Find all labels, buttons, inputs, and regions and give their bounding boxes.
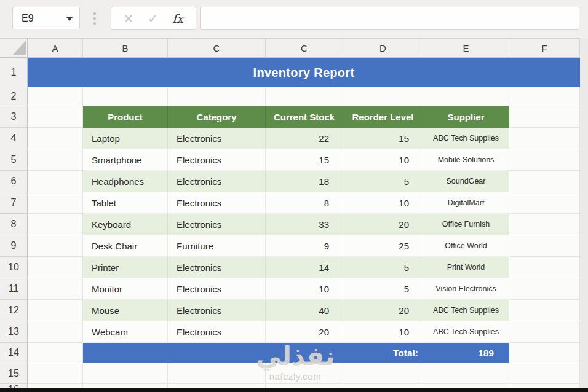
table-cell[interactable]: 18 (266, 171, 343, 192)
cell[interactable] (423, 363, 509, 384)
row-header-13[interactable]: 13 (0, 321, 28, 343)
table-cell[interactable]: 14 (266, 257, 343, 278)
cell-title-banner[interactable]: Inventory Report (28, 58, 580, 87)
column-header-f-6[interactable]: F (509, 39, 580, 58)
table-header-supplier[interactable]: Supplier (423, 106, 509, 128)
cell[interactable] (28, 106, 83, 128)
cell[interactable] (168, 363, 266, 384)
table-cell[interactable]: ABC Tech Supplies (423, 300, 509, 321)
insert-function-icon[interactable]: fx (172, 13, 183, 25)
cell[interactable] (509, 171, 580, 192)
row-header-9[interactable]: 9 (0, 235, 28, 257)
table-header-category[interactable]: Category (168, 106, 266, 128)
total-label-cell[interactable]: Total: (343, 343, 423, 363)
table-cell[interactable]: ABC Tech Supplies (423, 128, 509, 149)
cell[interactable] (83, 363, 168, 384)
column-header-e-5[interactable]: E (423, 39, 509, 58)
table-cell[interactable]: Desk Chair (83, 235, 168, 257)
cell[interactable] (28, 278, 83, 300)
cell[interactable] (266, 87, 343, 106)
table-cell[interactable]: 40 (266, 300, 343, 321)
table-cell[interactable]: 5 (343, 171, 423, 192)
row-header-2[interactable]: 2 (0, 87, 28, 106)
row-header-3[interactable]: 3 (0, 106, 28, 128)
cell[interactable] (509, 321, 580, 343)
cell[interactable] (509, 300, 580, 321)
cell[interactable] (343, 87, 423, 106)
cell[interactable] (509, 192, 580, 214)
table-cell[interactable]: 10 (343, 192, 423, 214)
table-cell[interactable]: 15 (266, 149, 343, 171)
cell[interactable] (28, 235, 83, 257)
table-cell[interactable]: Tablet (83, 192, 168, 214)
table-cell[interactable]: Office World (423, 235, 509, 257)
column-header-d-4[interactable]: D (343, 39, 423, 58)
table-cell[interactable]: 20 (343, 214, 423, 235)
table-cell[interactable]: ABC Tech Supplies (423, 321, 509, 343)
row-header-10[interactable]: 10 (0, 257, 28, 278)
table-cell[interactable]: Electronics (168, 257, 266, 278)
cell[interactable] (28, 128, 83, 149)
table-cell[interactable]: Electronics (168, 171, 266, 192)
total-value-cell[interactable]: 189 (423, 343, 509, 363)
row-header-11[interactable]: 11 (0, 278, 28, 300)
cell[interactable] (28, 192, 83, 214)
table-header-current-stock[interactable]: Current Stock (266, 106, 343, 128)
table-cell[interactable]: 5 (343, 257, 423, 278)
cell[interactable] (28, 321, 83, 343)
table-header-product[interactable]: Product (83, 106, 168, 128)
name-box[interactable]: E9 (12, 7, 80, 29)
table-cell[interactable]: Mouse (83, 300, 168, 321)
table-cell[interactable]: Vision Electronics (423, 278, 509, 300)
table-cell[interactable]: Print World (423, 257, 509, 278)
cell[interactable] (423, 87, 509, 106)
table-cell[interactable]: Electronics (168, 300, 266, 321)
table-cell[interactable]: Monitor (83, 278, 168, 300)
cell[interactable] (509, 235, 580, 257)
table-cell[interactable]: 20 (343, 300, 423, 321)
cell[interactable] (28, 149, 83, 171)
table-cell[interactable]: Mobile Solutions (423, 149, 509, 171)
table-cell[interactable]: Electronics (168, 128, 266, 149)
cell[interactable] (509, 106, 580, 128)
table-cell[interactable]: Electronics (168, 192, 266, 214)
row-header-5[interactable]: 5 (0, 149, 28, 171)
cell[interactable] (509, 278, 580, 300)
cell[interactable] (509, 257, 580, 278)
table-cell[interactable]: 33 (266, 214, 343, 235)
table-cell[interactable]: 10 (266, 278, 343, 300)
cell[interactable] (28, 300, 83, 321)
row-header-14[interactable]: 14 (0, 343, 28, 363)
table-header-reorder-level[interactable]: Reorder Level (343, 106, 423, 128)
cell[interactable] (266, 363, 343, 384)
table-cell[interactable]: 22 (266, 128, 343, 149)
cell[interactable] (509, 87, 580, 106)
cell[interactable] (28, 257, 83, 278)
cell[interactable] (168, 87, 266, 106)
table-cell[interactable]: 9 (266, 235, 343, 257)
formula-input[interactable] (200, 7, 579, 30)
cell[interactable] (509, 343, 580, 363)
table-cell[interactable]: 5 (343, 278, 423, 300)
select-all-corner[interactable] (0, 39, 28, 58)
table-cell[interactable]: 10 (343, 321, 423, 343)
cancel-entry-icon[interactable]: ✕ (124, 13, 133, 25)
cell[interactable] (28, 363, 83, 384)
cell[interactable] (28, 87, 83, 106)
cell[interactable] (83, 87, 168, 106)
table-cell[interactable]: 8 (266, 192, 343, 214)
table-cell[interactable]: Electronics (168, 149, 266, 171)
table-cell[interactable]: DigitalMart (423, 192, 509, 214)
row-header-15[interactable]: 15 (0, 363, 28, 384)
table-cell[interactable]: Smartphone (83, 149, 168, 171)
row-header-1[interactable]: 1 (0, 58, 28, 87)
table-cell[interactable]: Furniture (168, 235, 266, 257)
cell[interactable] (343, 363, 423, 384)
table-cell[interactable]: 25 (343, 235, 423, 257)
column-header-c-3[interactable]: C (266, 39, 343, 58)
table-cell[interactable]: Laptop (83, 128, 168, 149)
cell[interactable] (509, 128, 580, 149)
table-cell[interactable]: 10 (343, 149, 423, 171)
table-cell[interactable]: SoundGear (423, 171, 509, 192)
cell[interactable] (509, 363, 580, 384)
